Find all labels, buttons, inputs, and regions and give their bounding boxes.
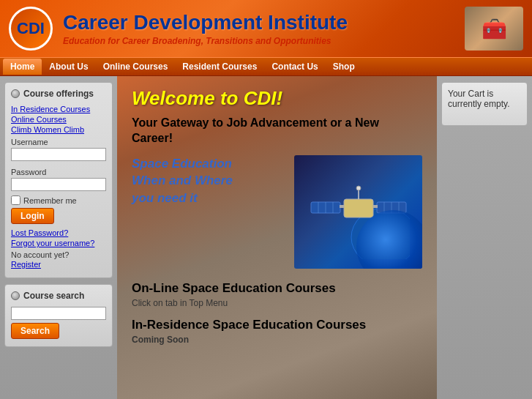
remember-me-checkbox[interactable] [11, 195, 20, 205]
password-label: Password [11, 168, 106, 176]
cart-text: Your Cart is currently empty. [448, 89, 509, 109]
logo-text: CDI [17, 19, 45, 38]
site-subtitle: Education for Career Broadening, Transit… [63, 36, 465, 46]
svg-rect-12 [373, 205, 378, 208]
space-edu-text: Space Education When and Where you need … [132, 155, 287, 269]
residence-courses-section: In-Residence Space Education Courses Com… [132, 317, 422, 345]
gateway-text: Your Gateway to Job Advancement or a New… [132, 116, 422, 146]
site-title: Career Development Institute [63, 11, 465, 34]
header: CDI Career Development Institute Educati… [0, 0, 532, 57]
course-offerings-header: Course offerings [11, 89, 106, 99]
course-search-header: Course search [11, 291, 106, 301]
password-input[interactable] [11, 178, 106, 191]
header-image: 🧰 [465, 7, 523, 51]
course-search-box: Course search Search [4, 284, 113, 347]
login-button[interactable]: Login [11, 208, 54, 224]
content-area: Welcome to CDI! Your Gateway to Job Adva… [117, 76, 437, 399]
in-residence-link[interactable]: In Residence Courses [11, 105, 106, 113]
offerings-title: Course offerings [23, 89, 94, 99]
two-col-section: Space Education When and Where you need … [132, 155, 422, 269]
svg-point-14 [356, 186, 361, 190]
cart-box: Your Cart is currently empty. [441, 82, 528, 126]
satellite-image [294, 155, 422, 269]
nav-about[interactable]: About Us [42, 59, 95, 75]
forgot-username-link[interactable]: Forgot your username? [11, 239, 106, 247]
nav-shop[interactable]: Shop [326, 59, 362, 75]
search-dot-icon [11, 291, 20, 300]
lost-password-link[interactable]: Lost Password? [11, 228, 106, 237]
search-title: Course search [23, 291, 84, 301]
online-courses-section: On-Line Space Education Courses Click on… [132, 280, 422, 308]
logo: CDI [9, 7, 53, 51]
svg-rect-11 [340, 205, 344, 208]
username-label: Username [11, 138, 106, 146]
svg-rect-2 [344, 199, 373, 217]
sidebar: Course offerings In Residence Courses On… [0, 76, 117, 399]
online-courses-link[interactable]: Online Courses [11, 115, 106, 124]
nav-home[interactable]: Home [3, 59, 42, 75]
online-courses-subtitle: Click on tab in Top Menu [132, 298, 422, 308]
treasure-chest-icon: 🧰 [482, 17, 507, 41]
residence-courses-title: In-Residence Space Education Courses [132, 317, 422, 333]
username-input[interactable] [11, 148, 106, 161]
cart-area: Your Cart is currently empty. [437, 76, 532, 399]
welcome-title: Welcome to CDI! [132, 87, 422, 110]
nav-bar: Home About Us Online Courses Resident Co… [0, 57, 532, 76]
residence-courses-subtitle: Coming Soon [132, 335, 422, 345]
nav-contact[interactable]: Contact Us [264, 59, 325, 75]
online-courses-title: On-Line Space Education Courses [132, 280, 422, 297]
main-layout: Course offerings In Residence Courses On… [0, 76, 532, 399]
remember-me-row: Remember me [11, 195, 106, 205]
nav-online-courses[interactable]: Online Courses [96, 59, 176, 75]
header-text-block: Career Development Institute Education f… [63, 11, 465, 46]
offerings-dot-icon [11, 89, 20, 98]
no-account-text: No account yet? [11, 250, 70, 259]
remember-me-label: Remember me [23, 196, 77, 205]
search-button[interactable]: Search [11, 323, 59, 339]
climb-women-link[interactable]: Climb Women Climb [11, 125, 106, 134]
register-link[interactable]: Register [11, 260, 106, 269]
course-offerings-box: Course offerings In Residence Courses On… [4, 82, 113, 278]
search-input[interactable] [11, 307, 106, 320]
nav-resident-courses[interactable]: Resident Courses [175, 59, 264, 75]
